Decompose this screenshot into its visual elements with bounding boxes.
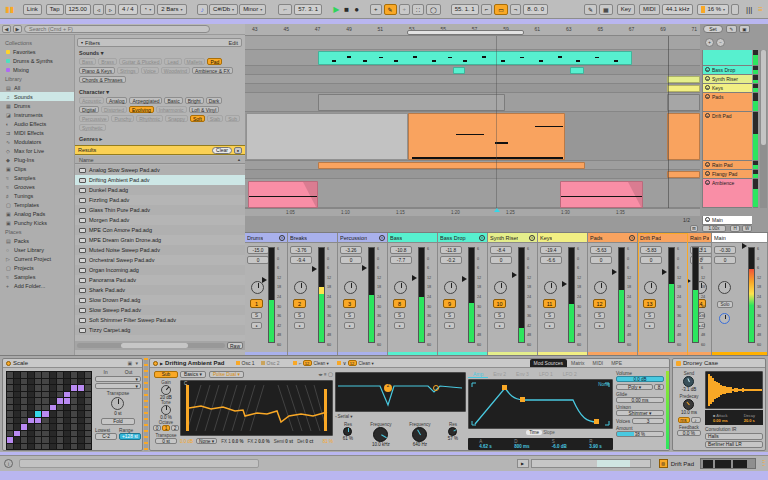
tab-mpe[interactable]: MPE xyxy=(607,359,626,367)
volume-fader-handle[interactable] xyxy=(412,275,417,281)
scale-cell[interactable] xyxy=(21,411,27,417)
mixer-track-title[interactable]: Bass xyxy=(388,233,437,243)
cue-volume-knob[interactable] xyxy=(719,313,730,324)
feedback-value[interactable]: 0.0 % xyxy=(677,430,701,436)
arrangement-clip[interactable] xyxy=(667,94,700,111)
filter-shape-icon[interactable]: ⌐ xyxy=(299,360,302,366)
scale-cell[interactable] xyxy=(64,411,70,417)
scale-cell[interactable] xyxy=(35,392,41,398)
mixer-track-title[interactable]: Synth Riser▾ xyxy=(488,233,537,243)
arm-button[interactable]: ● xyxy=(344,322,355,329)
list-item[interactable]: Fizzling Pad.adv xyxy=(75,195,245,205)
track-volume-display[interactable]: -0.30 xyxy=(714,246,736,254)
scale-cell[interactable] xyxy=(14,418,20,424)
scale-cell[interactable] xyxy=(64,444,70,450)
sidebar-item-sounds[interactable]: ♫Sounds xyxy=(0,92,74,101)
send-knob[interactable] xyxy=(683,376,694,387)
sidebar-collection-1[interactable]: Drums & Synths xyxy=(0,56,74,65)
voice-mode-menu[interactable]: Poly ▾ xyxy=(616,384,653,390)
filter-tag-stab[interactable]: Stab xyxy=(207,115,223,122)
track-volume-display[interactable]: -5.83 xyxy=(640,246,662,254)
scale-cell[interactable] xyxy=(28,418,34,424)
scale-cell[interactable] xyxy=(21,418,27,424)
scale-cell[interactable] xyxy=(14,437,20,443)
arrangement-clip[interactable] xyxy=(453,67,465,74)
mixer-strip-pads[interactable]: Pads▾-5.63012S●6061218243036424860 xyxy=(588,233,638,355)
sidebar-item-max-for-live[interactable]: ◇Max for Live xyxy=(0,146,74,155)
arrangement-clip[interactable] xyxy=(246,113,408,160)
scale-name-menu[interactable]: Minor▾ xyxy=(239,4,266,15)
mixer-strip-rain-pad[interactable]: Rain Pad-13.1014S●6061218243036424860 xyxy=(688,233,712,355)
arrangement-clip-area[interactable] xyxy=(245,36,700,208)
scale-cell[interactable] xyxy=(42,379,48,385)
arrangement-clip[interactable] xyxy=(318,51,632,65)
chain-nav-icon[interactable]: ▶ xyxy=(517,459,529,468)
track-activator[interactable]: 12 xyxy=(593,299,606,308)
track-activator[interactable]: 13 xyxy=(643,299,656,308)
scale-cell[interactable] xyxy=(71,418,77,424)
zoom-level-display[interactable]: 1.00x xyxy=(702,225,726,232)
scale-cell[interactable] xyxy=(57,418,63,424)
scale-cell[interactable] xyxy=(7,444,13,450)
mixer-track-title[interactable]: Breaks xyxy=(288,233,337,243)
sample-rate-display[interactable]: 44.1 kHz xyxy=(662,4,694,15)
track-arm-icon[interactable]: ▸ xyxy=(705,171,710,176)
pan-knob[interactable] xyxy=(344,281,357,294)
browser-back-button[interactable]: ◀ xyxy=(2,25,11,33)
filter-routing-row[interactable]: ◦◦ Serial ▾ xyxy=(335,414,353,419)
mixer-track-title[interactable]: Keys xyxy=(538,233,587,243)
scale-cell[interactable] xyxy=(28,405,34,411)
expand-triangle-icon[interactable]: ▶ xyxy=(160,361,163,366)
follow-button[interactable]: ← xyxy=(278,4,292,15)
arrangement-clip[interactable] xyxy=(667,171,700,178)
scale-cell[interactable] xyxy=(42,444,48,450)
filter-tag-arpeggiated[interactable]: Arpeggiated xyxy=(129,97,162,104)
filter-tag-bright[interactable]: Bright xyxy=(185,97,204,104)
computer-midi-keyboard-button[interactable]: ▦ xyxy=(599,4,613,15)
track-arm-icon[interactable]: ▸ xyxy=(705,113,710,118)
stop-button[interactable]: ■ xyxy=(343,4,350,15)
scale-cell[interactable] xyxy=(7,424,13,430)
scale-cell[interactable] xyxy=(78,437,84,443)
scale-cell[interactable] xyxy=(71,392,77,398)
sidebar-item-plug-ins[interactable]: ◆Plug-Ins xyxy=(0,155,74,164)
arm-button[interactable]: ● xyxy=(251,322,262,329)
scale-cell[interactable] xyxy=(42,392,48,398)
predecay-knob[interactable] xyxy=(683,399,694,410)
scale-cell[interactable] xyxy=(85,431,91,437)
track-arm-icon[interactable]: ▸ xyxy=(705,76,710,81)
capture-midi-button[interactable]: ∷ xyxy=(412,4,424,15)
scale-cell[interactable] xyxy=(85,437,91,443)
scale-cell[interactable] xyxy=(71,431,77,437)
draw-mode-button[interactable]: ✎ xyxy=(584,4,597,15)
scale-cell[interactable] xyxy=(7,418,13,424)
track-arm-icon[interactable]: ▸ xyxy=(705,162,710,167)
filter-tag-piano-keys[interactable]: Piano & Keys xyxy=(79,67,115,74)
device-drop-strip[interactable] xyxy=(144,358,148,451)
scale-cell[interactable] xyxy=(64,392,70,398)
octave-button-0[interactable]: 0 xyxy=(153,425,161,431)
sidebar-place-packs[interactable]: ▤Packs xyxy=(0,236,74,245)
track-volume-display[interactable]: -3.76 xyxy=(290,246,312,254)
semi-value[interactable]: 0 st xyxy=(285,439,293,444)
scale-cell[interactable] xyxy=(71,437,77,443)
scale-cell[interactable] xyxy=(14,431,20,437)
timeline-viewport-box[interactable] xyxy=(407,30,524,35)
env-tab-env-3[interactable]: Env 3 xyxy=(511,371,534,377)
reenable-automation-button[interactable]: + xyxy=(399,4,411,15)
volume-fader-handle[interactable] xyxy=(362,265,367,271)
track-header-group[interactable] xyxy=(702,50,752,66)
filter-tag-bass[interactable]: Bass xyxy=(79,58,96,65)
solo-button[interactable]: S xyxy=(294,312,305,319)
scale-cell[interactable] xyxy=(28,385,34,391)
scale-cell[interactable] xyxy=(21,379,27,385)
env-tab-amp[interactable]: Amp xyxy=(468,371,488,378)
arm-button[interactable]: ● xyxy=(544,322,555,329)
sidebar-item-templates[interactable]: ▢Templates xyxy=(0,200,74,209)
mixer-strip-percussion[interactable]: Percussion▾-3.2603S●6061218243036424860 xyxy=(338,233,388,355)
list-item[interactable]: Tizzy Carpet.adg xyxy=(75,325,245,335)
attack-value[interactable]: 4.62 s xyxy=(479,444,492,449)
volume-fader-handle[interactable] xyxy=(662,269,667,275)
sub-tone-knob[interactable] xyxy=(161,405,171,415)
volume-fader-handle[interactable] xyxy=(612,269,617,275)
